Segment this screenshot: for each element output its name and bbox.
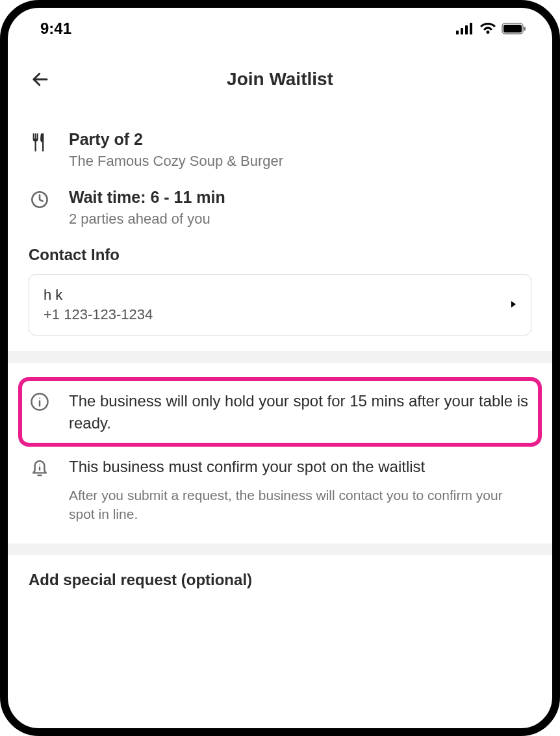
hold-notice: The business will only hold your spot fo… — [18, 377, 542, 447]
status-time: 9:41 — [40, 20, 71, 38]
svg-rect-6 — [524, 27, 526, 31]
svg-rect-1 — [461, 28, 463, 34]
back-button[interactable] — [27, 66, 53, 92]
svg-point-15 — [39, 465, 40, 466]
confirm-notice-title: This business must confirm your spot on … — [69, 456, 531, 478]
battery-icon — [502, 23, 526, 34]
signal-icon — [456, 23, 474, 34]
device-frame: 9:41 Join Waitlist Party of 2 The — [0, 0, 560, 736]
chevron-right-icon — [510, 300, 516, 310]
svg-rect-3 — [470, 23, 472, 34]
confirm-notice-sub: After you submit a request, the business… — [69, 486, 531, 524]
svg-rect-5 — [503, 25, 522, 33]
page-header: Join Waitlist — [8, 44, 552, 104]
section-divider — [8, 544, 552, 555]
contact-label: Contact Info — [29, 246, 531, 264]
wifi-icon — [479, 23, 496, 34]
svg-rect-0 — [456, 31, 459, 34]
hold-notice-text: The business will only hold your spot fo… — [69, 390, 531, 434]
bell-icon — [29, 456, 51, 523]
confirm-notice: This business must confirm your spot on … — [29, 456, 531, 523]
status-icons — [456, 23, 526, 34]
section-divider — [8, 351, 552, 363]
svg-point-12 — [39, 397, 40, 399]
utensils-icon — [29, 130, 51, 170]
wait-title: Wait time: 6 - 11 min — [69, 188, 531, 207]
page-title: Join Waitlist — [8, 69, 552, 90]
wait-ahead: 2 parties ahead of you — [69, 211, 531, 228]
special-request-label: Add special request (optional) — [29, 571, 531, 589]
contact-phone: +1 123-123-1234 — [44, 306, 153, 323]
wait-row: Wait time: 6 - 11 min 2 parties ahead of… — [29, 188, 531, 228]
venue-name: The Famous Cozy Soup & Burger — [69, 153, 531, 170]
status-bar: 9:41 — [8, 8, 552, 44]
svg-marker-9 — [511, 301, 516, 308]
contact-name: h k — [44, 287, 153, 304]
svg-rect-2 — [465, 25, 468, 34]
party-row: Party of 2 The Famous Cozy Soup & Burger — [29, 130, 531, 170]
info-icon — [29, 390, 51, 434]
clock-icon — [29, 188, 51, 228]
contact-card[interactable]: h k +1 123-123-1234 — [29, 274, 531, 335]
party-title: Party of 2 — [69, 130, 531, 149]
